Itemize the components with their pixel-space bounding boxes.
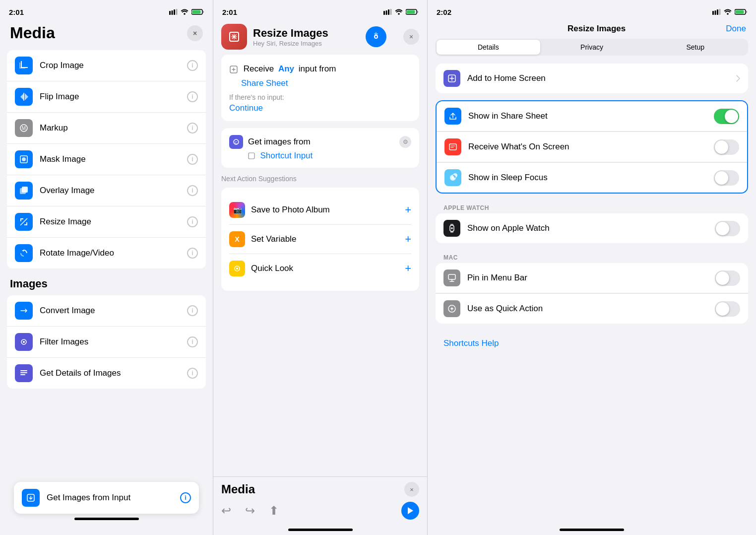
mask-image-info[interactable]: i [187,154,198,165]
redo-icon[interactable]: ↪ [245,504,255,518]
receive-screen-toggle[interactable] [714,139,739,155]
svg-rect-3 [176,9,178,15]
continue-link[interactable]: Continue [229,103,411,113]
toggle-knob [725,110,738,123]
rotate-image-label: Rotate Image/Video [40,248,187,258]
done-button[interactable]: Done [726,24,746,34]
list-item-get-details[interactable]: Get Details of Images i [7,358,206,389]
save-photo-add[interactable]: + [405,203,411,216]
list-item-convert-image[interactable]: Convert Image i [7,295,206,327]
svg-rect-37 [712,11,714,15]
apple-watch-icon [443,220,460,237]
sleep-focus-toggle[interactable] [714,170,739,186]
get-images-input-info[interactable]: i [180,492,191,503]
filter-images-info[interactable]: i [187,336,198,347]
action-label: Get images from [248,137,311,147]
quick-action-toggle[interactable] [715,301,740,317]
list-item-overlay-image[interactable]: Overlay Image i [7,175,206,206]
panel-center: 2:01 Resize Images Hey Siri, Resize Imag… [213,0,428,535]
sleep-focus-row[interactable]: Show in Sleep Focus [437,163,747,193]
toggle-knob-5 [716,271,729,285]
close-button-media[interactable]: × [404,482,419,497]
add-home-screen-label: Add to Home Screen [467,73,736,83]
close-button-2[interactable]: × [403,29,419,45]
get-details-info[interactable]: i [187,368,198,379]
show-apple-watch-row[interactable]: Show on Apple Watch [436,213,748,243]
settings-button[interactable] [366,26,386,47]
svg-rect-25 [390,9,392,15]
markup-info[interactable]: i [187,123,198,134]
convert-image-info[interactable]: i [187,305,198,316]
tab-details[interactable]: Details [437,40,540,55]
share-sheet-label: Show in Share Sheet [468,111,714,121]
tab-privacy[interactable]: Privacy [540,40,644,55]
quick-look-icon [229,261,245,276]
svg-rect-1 [172,10,173,15]
apple-watch-toggle[interactable] [715,221,740,236]
rotate-image-info[interactable]: i [187,248,198,259]
svg-rect-22 [383,11,385,15]
flip-image-info[interactable]: i [187,91,198,102]
time-2: 2:01 [222,8,237,16]
home-indicator-2 [288,529,353,531]
suggestion-quick-look[interactable]: Quick Look + [229,254,411,283]
svg-line-15 [20,218,27,225]
list-item-rotate-image[interactable]: Rotate Image/Video i [7,238,206,268]
set-variable-add[interactable]: + [405,233,411,246]
apple-watch-label: Show on Apple Watch [467,223,715,233]
list-item-mask-image[interactable]: Mask Image i [7,144,206,175]
svg-rect-52 [448,274,455,279]
add-home-screen-row[interactable]: Add to Home Screen [436,64,748,93]
shortcuts-help-link[interactable]: Shortcuts Help [436,331,748,356]
list-item-flip-image[interactable]: Flip Image i [7,81,206,113]
highlight-item[interactable]: Get Images from Input i [14,482,199,514]
overlay-image-info[interactable]: i [187,185,198,196]
list-item-filter-images[interactable]: Filter Images i [7,327,206,358]
list-item-markup[interactable]: M Markup i [7,113,206,144]
tabs-row: Details Privacy Setup [436,39,748,56]
rotate-image-icon [15,244,33,262]
media-label: Media [221,482,255,496]
toggle-knob-3 [715,171,728,185]
panel-2-bottom-row: Media × [221,482,419,497]
show-share-sheet-row[interactable]: Show in Share Sheet [437,101,747,132]
svg-point-26 [398,13,400,15]
sleep-focus-icon [444,169,461,186]
pin-menu-bar-icon [443,269,460,286]
panel-1-scroll: Crop Image i Flip Image i M Markup i [0,48,213,477]
panel-1-title: Media [10,24,55,42]
quick-action-row[interactable]: Use as Quick Action [436,294,748,324]
crop-image-info[interactable]: i [187,60,198,71]
play-button[interactable] [401,502,419,520]
markup-icon: M [15,119,33,137]
pin-menu-bar-toggle[interactable] [715,270,740,286]
list-item-resize-image[interactable]: Resize Image i [7,206,206,238]
shortcut-input-link[interactable]: Shortcut Input [260,151,313,160]
close-button-1[interactable]: × [187,25,203,41]
resize-image-label: Resize Image [40,217,187,227]
save-photo-label: Save to Photo Album [251,205,405,215]
pin-menu-bar-row[interactable]: Pin in Menu Bar [436,263,748,293]
share-icon[interactable]: ⬆ [269,504,279,518]
resize-image-info[interactable]: i [187,216,198,227]
suggestion-save-photo[interactable]: 📷 Save to Photo Album + [229,196,411,225]
undo-icon[interactable]: ↩ [221,504,231,518]
filter-images-icon [15,333,33,351]
status-bar-1: 2:01 [0,0,213,22]
app-icon [221,24,247,50]
tab-setup[interactable]: Setup [643,40,747,55]
flip-image-label: Flip Image [40,92,187,102]
quick-look-add[interactable]: + [405,262,411,275]
list-item-crop-image[interactable]: Crop Image i [7,50,206,81]
suggestions-card: 📷 Save to Photo Album + X Set Variable +… [221,188,419,291]
receive-screen-row[interactable]: Receive What's On Screen [437,132,747,162]
panel-3-nav: Resize Images Done [428,22,756,39]
panel-2-toolbar: ↩ ↪ ⬆ [221,502,419,520]
suggestion-set-variable[interactable]: X Set Variable + [229,225,411,254]
panel-2-bottom: Media × ↩ ↪ ⬆ [213,476,427,525]
share-sheet-link[interactable]: Share Sheet [229,78,411,88]
action-gear-icon[interactable]: ⚙ [399,136,411,148]
share-sheet-toggle[interactable] [714,109,739,124]
sleep-focus-label: Show in Sleep Focus [468,173,714,183]
svg-rect-47 [452,176,454,179]
